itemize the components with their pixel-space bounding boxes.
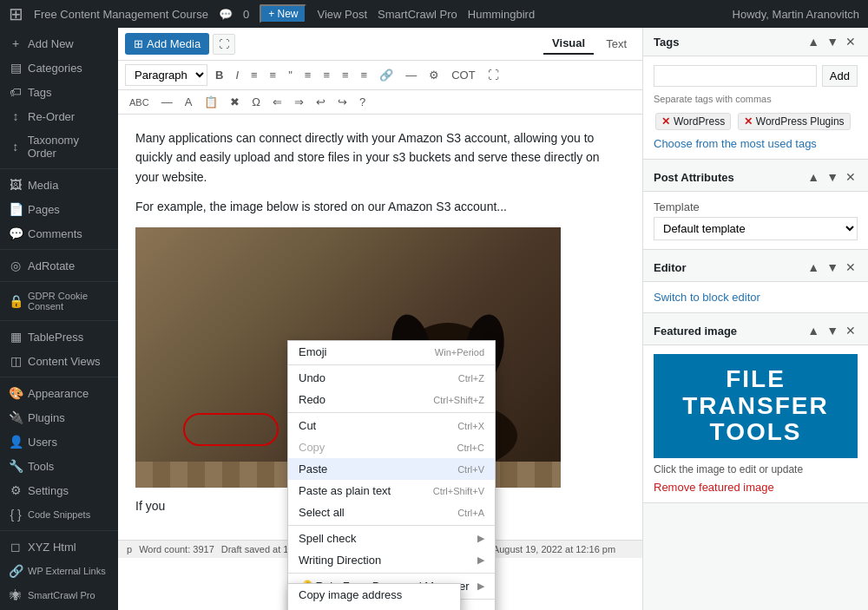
clear-format-button[interactable]: ✖ bbox=[226, 93, 244, 111]
sidebar-item-code-snippets[interactable]: { } Code Snippets bbox=[0, 502, 118, 527]
align-right-button[interactable]: ≡ bbox=[338, 66, 353, 84]
tag-input[interactable] bbox=[654, 65, 817, 87]
template-select[interactable]: Default template bbox=[654, 217, 858, 240]
ctx-copy: Copy Ctrl+C bbox=[288, 436, 495, 458]
sidebar-item-tools[interactable]: 🔧 Tools bbox=[0, 454, 118, 478]
editor-meta-close[interactable]: ✕ bbox=[844, 260, 858, 274]
help-button[interactable]: ? bbox=[355, 93, 370, 111]
hummingbird-link[interactable]: Hummingbird bbox=[468, 8, 535, 21]
ctx-undo[interactable]: Undo Ctrl+Z bbox=[288, 367, 495, 389]
sidebar-item-media[interactable]: 🖼 Media bbox=[0, 173, 118, 197]
fullscreen-toggle-button[interactable]: ⛶ bbox=[213, 34, 235, 55]
ctx-select-all[interactable]: Select all Ctrl+A bbox=[288, 502, 495, 523]
text-color-button[interactable]: A bbox=[181, 93, 197, 111]
tab-visual[interactable]: Visual bbox=[543, 33, 594, 55]
sidebar-item-categories[interactable]: ▤ Categories bbox=[0, 56, 118, 80]
sidebar-item-adrotate[interactable]: ◎ AdRotate bbox=[0, 253, 118, 278]
sub-ctx-copy-address[interactable]: Copy image address bbox=[288, 584, 460, 606]
media-icon: 🖼 bbox=[9, 178, 23, 192]
tags-collapse-up[interactable]: ▲ bbox=[806, 35, 821, 49]
site-name-link[interactable]: Free Content Management Course bbox=[34, 8, 208, 21]
align-justify-button[interactable]: ≡ bbox=[357, 66, 372, 84]
sidebar-item-pages[interactable]: 📄 Pages bbox=[0, 197, 118, 221]
featured-image-section: Featured image ▲ ▼ ✕ FILE TRANSFER TOOLS bbox=[643, 317, 868, 503]
unordered-list-button[interactable]: ≡ bbox=[247, 66, 262, 84]
align-left-button[interactable]: ≡ bbox=[300, 66, 316, 84]
users-icon: 👤 bbox=[9, 435, 23, 449]
ctx-cut[interactable]: Cut Ctrl+X bbox=[288, 415, 495, 436]
sidebar-label: Code Snippets bbox=[28, 509, 90, 520]
redo-button[interactable]: ↪ bbox=[333, 93, 352, 111]
format-select[interactable]: Paragraph bbox=[125, 64, 207, 86]
remove-wordpress-tag[interactable]: ✕ bbox=[661, 115, 670, 128]
featured-image-preview[interactable]: FILE TRANSFER TOOLS bbox=[654, 354, 858, 458]
tab-text[interactable]: Text bbox=[597, 34, 635, 54]
options-button[interactable]: ⚙ bbox=[424, 66, 444, 84]
link-button[interactable]: 🔗 bbox=[375, 66, 398, 84]
editor-meta-collapse-up[interactable]: ▲ bbox=[806, 260, 821, 274]
sidebar-item-tags[interactable]: 🏷 Tags bbox=[0, 80, 118, 104]
insert-more-button[interactable]: — bbox=[401, 66, 421, 84]
sidebar-item-plugins[interactable]: 🔌 Plugins bbox=[0, 405, 118, 430]
abc-button[interactable]: ABC bbox=[125, 95, 154, 110]
ctx-emoji[interactable]: Emoji Win+Period bbox=[288, 341, 495, 363]
sidebar-item-wp-external-links[interactable]: 🔗 WP External Links bbox=[0, 559, 118, 583]
ctx-paste-plain[interactable]: Paste as plain text Ctrl+Shift+V bbox=[288, 480, 495, 502]
reorder-icon: ↕ bbox=[9, 109, 23, 123]
post-attr-collapse-down[interactable]: ▼ bbox=[825, 170, 840, 184]
bold-button[interactable]: B bbox=[211, 66, 227, 84]
post-attr-collapse-up[interactable]: ▲ bbox=[806, 170, 821, 184]
choose-tags-link[interactable]: Choose from the most used tags bbox=[654, 137, 858, 150]
tags-collapse-down[interactable]: ▼ bbox=[825, 35, 840, 49]
sidebar-label: Appearance bbox=[28, 387, 89, 400]
ctx-spell-check[interactable]: Spell check ▶ bbox=[288, 528, 495, 549]
italic-button[interactable]: I bbox=[231, 66, 243, 84]
smartcrawl-link[interactable]: SmartCrawl Pro bbox=[378, 8, 457, 21]
tag-hint: Separate tags with commas bbox=[654, 94, 858, 104]
remove-plugins-tag[interactable]: ✕ bbox=[744, 115, 753, 128]
sidebar-item-comments[interactable]: 💬 Comments bbox=[0, 221, 118, 246]
view-post-link[interactable]: View Post bbox=[317, 8, 367, 21]
sub-ctx-qr-code[interactable]: Create QR code for this image bbox=[288, 606, 460, 610]
sidebar-item-users[interactable]: 👤 Users bbox=[0, 430, 118, 454]
add-media-button[interactable]: ⊞ Add Media bbox=[125, 33, 209, 55]
tag-add-button[interactable]: Add bbox=[822, 65, 858, 87]
toolbar-row2b: ABC — A 📋 ✖ Ω ⇐ ⇒ ↩ ↪ ? bbox=[118, 90, 642, 115]
switch-to-block-editor-link[interactable]: Switch to block editor bbox=[654, 291, 760, 304]
sidebar-item-smartcrawl[interactable]: 🕷 SmartCrawl Pro bbox=[0, 583, 118, 607]
featured-img-close[interactable]: ✕ bbox=[844, 324, 858, 338]
sidebar-item-tablepress[interactable]: ▦ TablePress bbox=[0, 325, 118, 349]
ltr-button[interactable]: ⇐ bbox=[268, 93, 286, 111]
external-links-icon: 🔗 bbox=[9, 564, 23, 578]
comments-icon: 💬 bbox=[219, 8, 233, 21]
sidebar-item-xyz-html[interactable]: ◻ XYZ Html bbox=[0, 535, 118, 559]
undo-button[interactable]: ↩ bbox=[312, 93, 330, 111]
sidebar-item-appearance[interactable]: 🎨 Appearance bbox=[0, 381, 118, 405]
sidebar-item-content-views[interactable]: ◫ Content Views bbox=[0, 349, 118, 373]
featured-img-collapse-up[interactable]: ▲ bbox=[806, 324, 821, 338]
featured-img-collapse-down[interactable]: ▼ bbox=[825, 324, 840, 338]
blockquote-button[interactable]: " bbox=[284, 66, 297, 84]
tags-close[interactable]: ✕ bbox=[844, 35, 858, 49]
ordered-list-button[interactable]: ≡ bbox=[266, 66, 281, 84]
sidebar-item-reorder[interactable]: ↕ Re-Order bbox=[0, 104, 118, 128]
sidebar-item-taxonomy-order[interactable]: ↕ Taxonomy Order bbox=[0, 128, 118, 165]
special-char-button[interactable]: Ω bbox=[247, 93, 265, 111]
ctx-redo[interactable]: Redo Ctrl+Shift+Z bbox=[288, 389, 495, 410]
align-center-button[interactable]: ≡ bbox=[319, 66, 334, 84]
sidebar-item-settings[interactable]: ⚙ Settings bbox=[0, 478, 118, 502]
remove-featured-image-link[interactable]: Remove featured image bbox=[654, 481, 774, 494]
paste-text-button[interactable]: 📋 bbox=[200, 93, 222, 111]
new-button[interactable]: + New bbox=[260, 4, 306, 23]
post-attr-close[interactable]: ✕ bbox=[844, 170, 858, 184]
editor-meta-collapse-down[interactable]: ▼ bbox=[825, 260, 840, 274]
rtl-button[interactable]: ⇒ bbox=[290, 93, 308, 111]
sidebar-item-gdpr[interactable]: 🔒 GDPR Cookie Consent bbox=[0, 285, 118, 317]
sidebar-item-add-new[interactable]: + Add New bbox=[0, 31, 118, 56]
ctx-paste[interactable]: Paste Ctrl+V bbox=[288, 458, 495, 480]
hr-button[interactable]: — bbox=[157, 93, 177, 111]
ctx-writing-direction[interactable]: Writing Direction ▶ bbox=[288, 549, 495, 571]
cot-button[interactable]: COT bbox=[447, 66, 479, 84]
fullscreen-button[interactable]: ⛶ bbox=[483, 66, 503, 84]
editor-panel: ⊞ Add Media ⛶ Visual Text Paragraph B I … bbox=[118, 28, 642, 610]
